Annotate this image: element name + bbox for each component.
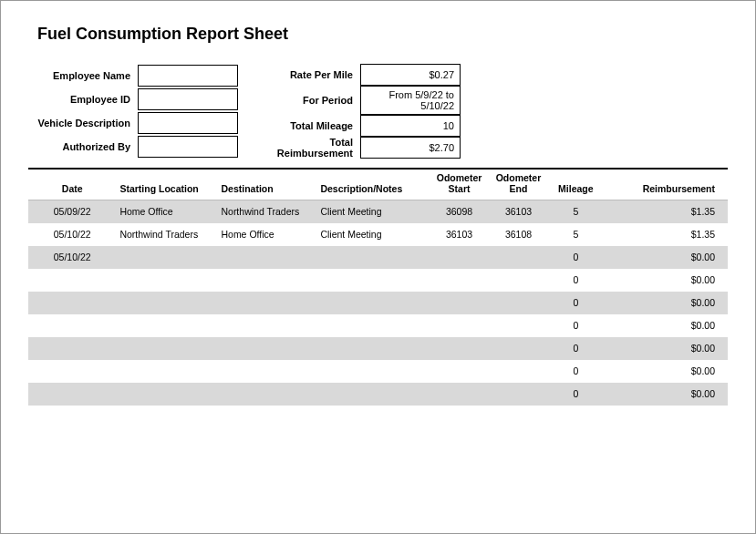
cell-date[interactable]: 05/10/22 (28, 223, 116, 246)
col-mileage: Mileage (548, 169, 604, 200)
cell-start-loc[interactable] (116, 383, 217, 406)
col-reimb: Reimbursement (604, 169, 728, 200)
cell-odo-end[interactable] (489, 314, 548, 337)
cell-start-loc[interactable] (116, 246, 217, 269)
cell-mileage[interactable]: 5 (548, 200, 604, 223)
cell-date[interactable] (28, 360, 116, 383)
employee-name-input[interactable] (138, 65, 238, 87)
cell-odo-start[interactable] (430, 360, 489, 383)
cell-odo-start[interactable] (430, 246, 489, 269)
cell-mileage[interactable]: 0 (548, 383, 604, 406)
page-title: Fuel Consumption Report Sheet (37, 25, 728, 44)
cell-reimb[interactable]: $0.00 (604, 246, 728, 269)
cell-odo-end[interactable] (489, 383, 548, 406)
cell-start-loc[interactable]: Northwind Traders (116, 223, 217, 246)
cell-odo-end[interactable]: 36103 (489, 200, 548, 223)
cell-mileage[interactable]: 5 (548, 223, 604, 246)
table-body: 05/09/22Home OfficeNorthwind TradersClie… (28, 200, 728, 406)
period-label: For Period (260, 89, 360, 111)
cell-start-loc[interactable] (116, 314, 217, 337)
cell-odo-end[interactable] (489, 337, 548, 360)
cell-odo-start[interactable]: 36103 (430, 223, 489, 246)
rate-value[interactable]: $0.27 (360, 64, 461, 86)
cell-desc[interactable] (316, 292, 430, 314)
cell-start-loc[interactable] (116, 292, 217, 314)
employee-name-label: Employee Name (28, 65, 138, 87)
col-odo-start: Odometer Start (430, 169, 489, 200)
cell-dest[interactable] (217, 360, 316, 383)
cell-mileage[interactable]: 0 (548, 292, 604, 314)
cell-odo-start[interactable] (430, 383, 489, 406)
cell-reimb[interactable]: $0.00 (604, 337, 728, 360)
total-mileage-value: 10 (360, 115, 461, 137)
total-reimb-label: Total Reimbursement (260, 137, 360, 159)
cell-date[interactable] (28, 292, 116, 314)
cell-start-loc[interactable] (116, 360, 217, 383)
cell-mileage[interactable]: 0 (548, 314, 604, 337)
cell-desc[interactable] (316, 246, 430, 269)
cell-reimb[interactable]: $0.00 (604, 314, 728, 337)
cell-date[interactable]: 05/10/22 (28, 246, 116, 269)
cell-mileage[interactable]: 0 (548, 337, 604, 360)
cell-reimb[interactable]: $0.00 (604, 292, 728, 314)
report-page: Fuel Consumption Report Sheet Employee N… (1, 1, 755, 415)
authorized-by-label: Authorized By (28, 136, 138, 158)
cell-odo-start[interactable] (430, 337, 489, 360)
cell-reimb[interactable]: $1.35 (604, 223, 728, 246)
header-section: Employee Name Employee ID Vehicle Descri… (28, 64, 728, 159)
period-value[interactable]: From 5/9/22 to 5/10/22 (360, 86, 461, 115)
cell-dest[interactable] (217, 246, 316, 269)
cell-reimb[interactable]: $0.00 (604, 383, 728, 406)
cell-odo-start[interactable] (430, 314, 489, 337)
cell-start-loc[interactable] (116, 337, 217, 360)
cell-odo-start[interactable] (430, 292, 489, 314)
cell-dest[interactable]: Home Office (217, 223, 316, 246)
cell-mileage[interactable]: 0 (548, 246, 604, 269)
cell-desc[interactable] (316, 314, 430, 337)
col-date: Date (28, 169, 116, 200)
table-row: 0$0.00 (28, 292, 728, 314)
cell-reimb[interactable]: $0.00 (604, 269, 728, 292)
cell-date[interactable]: 05/09/22 (28, 200, 116, 223)
table-row: 0$0.00 (28, 269, 728, 292)
rate-label: Rate Per Mile (260, 64, 360, 86)
cell-date[interactable] (28, 337, 116, 360)
cell-odo-end[interactable] (489, 292, 548, 314)
col-start-loc: Starting Location (116, 169, 217, 200)
cell-dest[interactable] (217, 337, 316, 360)
cell-mileage[interactable]: 0 (548, 269, 604, 292)
table-row: 05/10/220$0.00 (28, 246, 728, 269)
cell-odo-start[interactable] (430, 269, 489, 292)
cell-desc[interactable] (316, 360, 430, 383)
cell-dest[interactable] (217, 314, 316, 337)
vehicle-desc-label: Vehicle Description (28, 112, 138, 134)
cell-date[interactable] (28, 314, 116, 337)
cell-desc[interactable]: Client Meeting (316, 200, 430, 223)
col-dest: Destination (217, 169, 316, 200)
cell-start-loc[interactable] (116, 269, 217, 292)
cell-reimb[interactable]: $1.35 (604, 200, 728, 223)
cell-mileage[interactable]: 0 (548, 360, 604, 383)
cell-desc[interactable] (316, 337, 430, 360)
header-right: Rate Per Mile $0.27 For Period From 5/9/… (260, 64, 461, 159)
cell-odo-end[interactable] (489, 246, 548, 269)
cell-dest[interactable] (217, 292, 316, 314)
cell-desc[interactable] (316, 383, 430, 406)
col-odo-end: Odometer End (489, 169, 548, 200)
cell-desc[interactable] (316, 269, 430, 292)
cell-odo-end[interactable]: 36108 (489, 223, 548, 246)
cell-date[interactable] (28, 269, 116, 292)
employee-id-input[interactable] (138, 88, 238, 110)
cell-dest[interactable] (217, 383, 316, 406)
cell-dest[interactable] (217, 269, 316, 292)
cell-odo-end[interactable] (489, 269, 548, 292)
cell-reimb[interactable]: $0.00 (604, 360, 728, 383)
authorized-by-input[interactable] (138, 136, 238, 158)
vehicle-desc-input[interactable] (138, 112, 238, 134)
cell-odo-end[interactable] (489, 360, 548, 383)
cell-desc[interactable]: Client Meeting (316, 223, 430, 246)
cell-date[interactable] (28, 383, 116, 406)
cell-start-loc[interactable]: Home Office (116, 200, 217, 223)
cell-dest[interactable]: Northwind Traders (217, 200, 316, 223)
cell-odo-start[interactable]: 36098 (430, 200, 489, 223)
